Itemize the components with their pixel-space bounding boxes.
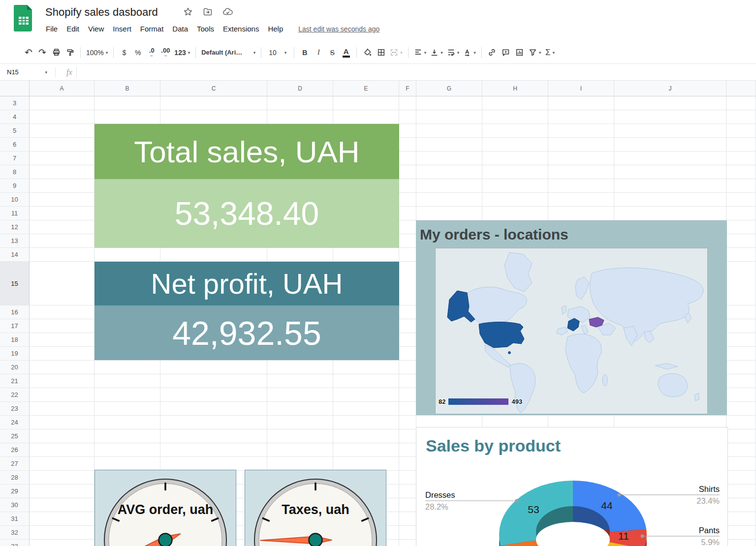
col-header-A[interactable]: A <box>30 81 94 96</box>
italic-button[interactable]: I <box>312 45 325 60</box>
text-color-button[interactable]: A <box>339 45 353 60</box>
sheets-logo-icon[interactable] <box>14 5 33 31</box>
geo-chart[interactable]: My orders - locations <box>416 220 727 415</box>
font-family-select[interactable]: Default (Ari…▾ <box>199 45 257 60</box>
redo-button[interactable]: ↷ <box>35 45 49 60</box>
increase-decimals-button[interactable]: .00→ <box>158 45 172 60</box>
col-header-D[interactable]: D <box>267 81 333 96</box>
row-header-23[interactable]: 23 <box>0 402 30 416</box>
menu-view[interactable]: View <box>84 23 108 35</box>
row-header-13[interactable]: 13 <box>0 234 30 248</box>
region-iberia <box>557 327 567 335</box>
vertical-align-button[interactable]: ▾ <box>428 45 445 60</box>
menu-file[interactable]: File <box>41 23 62 35</box>
row-header-6[interactable]: 6 <box>0 138 30 152</box>
row-header-26[interactable]: 26 <box>0 443 30 457</box>
row-header-12[interactable]: 12 <box>0 220 30 234</box>
row-header-11[interactable]: 11 <box>0 207 30 220</box>
row-header-25[interactable]: 25 <box>0 429 30 443</box>
fill-color-button[interactable] <box>360 45 374 60</box>
insert-comment-button[interactable] <box>499 45 513 60</box>
move-to-folder-icon[interactable] <box>203 7 213 17</box>
merge-cells-button[interactable]: ▾ <box>388 45 405 60</box>
row-header-3[interactable]: 3 <box>0 96 30 110</box>
col-header-E[interactable]: E <box>333 81 399 96</box>
row-header-22[interactable]: 22 <box>0 388 30 402</box>
menu-tools[interactable]: Tools <box>192 23 219 35</box>
row-header-8[interactable]: 8 <box>0 165 30 179</box>
bold-button[interactable]: B <box>298 45 312 60</box>
gauge-chart-taxes[interactable]: Taxes, uah0.0050,000.008,295.85 <box>245 470 386 546</box>
region-usa <box>479 322 524 348</box>
menubar: FileEditViewInsertFormatDataToolsExtensi… <box>41 23 379 35</box>
col-header-extra[interactable] <box>726 81 756 96</box>
col-header-F[interactable]: F <box>399 81 416 96</box>
zoom-select[interactable]: 100%▾ <box>84 45 110 60</box>
document-title[interactable]: Shopify sales dasboard <box>45 6 158 19</box>
row-header-4[interactable]: 4 <box>0 110 30 124</box>
row-header-31[interactable]: 31 <box>0 512 30 526</box>
sheet-grid[interactable]: Total sales, UAH53,348.40Net profit, UAH… <box>0 96 756 546</box>
text-rotation-button[interactable]: ▾ <box>461 45 478 60</box>
row-header-7[interactable]: 7 <box>0 152 30 165</box>
gauge-hub <box>159 534 172 546</box>
menu-format[interactable]: Format <box>136 23 168 35</box>
row-header-14[interactable]: 14 <box>0 248 30 262</box>
gauge-chart-avg-order[interactable]: AVG order, uah0.0050,000.004,103.72 <box>94 470 236 546</box>
cloud-saved-icon[interactable] <box>222 7 233 17</box>
col-header-H[interactable]: H <box>482 81 548 96</box>
col-header-B[interactable]: B <box>94 81 160 96</box>
text-wrap-button[interactable]: ▾ <box>445 45 462 60</box>
row-header-19[interactable]: 19 <box>0 347 30 361</box>
print-button[interactable] <box>49 45 63 60</box>
row-header-24[interactable]: 24 <box>0 416 30 429</box>
row-header-20[interactable]: 20 <box>0 361 30 374</box>
font-size-select[interactable]: 10▾ <box>265 45 290 60</box>
insert-chart-button[interactable] <box>513 45 527 60</box>
decrease-decimals-button[interactable]: .0← <box>145 45 158 60</box>
menu-data[interactable]: Data <box>168 23 192 35</box>
row-header-29[interactable]: 29 <box>0 485 30 498</box>
more-formats-button[interactable]: 123▾ <box>172 45 192 60</box>
format-currency-button[interactable]: $ <box>117 45 131 60</box>
formula-input[interactable] <box>77 64 756 80</box>
kpi-header-total-sales: Total sales, UAH <box>94 124 399 179</box>
paint-format-button[interactable] <box>63 45 77 60</box>
col-header-C[interactable]: C <box>160 81 267 96</box>
menu-insert[interactable]: Insert <box>108 23 136 35</box>
functions-button[interactable]: Σ▾ <box>543 45 557 60</box>
region-madagascar <box>602 374 607 386</box>
row-header-33[interactable]: 33 <box>0 540 30 546</box>
row-header-10[interactable]: 10 <box>0 193 30 207</box>
row-header-16[interactable]: 16 <box>0 305 30 319</box>
name-box[interactable]: N15▾ <box>0 68 51 76</box>
menu-help[interactable]: Help <box>263 23 287 35</box>
row-header-28[interactable]: 28 <box>0 471 30 485</box>
last-edit-link[interactable]: Last edit was seconds ago <box>298 25 379 33</box>
row-header-15[interactable]: 15 <box>0 262 30 305</box>
row-header-27[interactable]: 27 <box>0 457 30 471</box>
row-header-21[interactable]: 21 <box>0 374 30 388</box>
donut-chart[interactable]: Sales by product 441123302753Shirts23.4%… <box>416 427 728 546</box>
menu-edit[interactable]: Edit <box>62 23 84 35</box>
row-header-30[interactable]: 30 <box>0 498 30 512</box>
format-percent-button[interactable]: % <box>131 45 145 60</box>
region-indonesia <box>655 364 678 369</box>
create-filter-button[interactable]: ▾ <box>527 45 543 60</box>
horizontal-align-button[interactable]: ▾ <box>412 45 429 60</box>
col-header-I[interactable]: I <box>548 81 614 96</box>
borders-button[interactable] <box>374 45 388 60</box>
row-header-17[interactable]: 17 <box>0 319 30 333</box>
strikethrough-button[interactable]: S <box>325 45 339 60</box>
row-header-32[interactable]: 32 <box>0 526 30 540</box>
menu-extensions[interactable]: Extensions <box>219 23 263 35</box>
select-all-corner[interactable] <box>0 81 30 96</box>
col-header-J[interactable]: J <box>614 81 726 96</box>
col-header-G[interactable]: G <box>416 81 482 96</box>
row-header-5[interactable]: 5 <box>0 124 30 138</box>
row-header-9[interactable]: 9 <box>0 179 30 193</box>
insert-link-button[interactable] <box>485 45 499 60</box>
star-icon[interactable] <box>183 7 193 17</box>
undo-button[interactable]: ↶ <box>22 45 35 60</box>
row-header-18[interactable]: 18 <box>0 333 30 347</box>
